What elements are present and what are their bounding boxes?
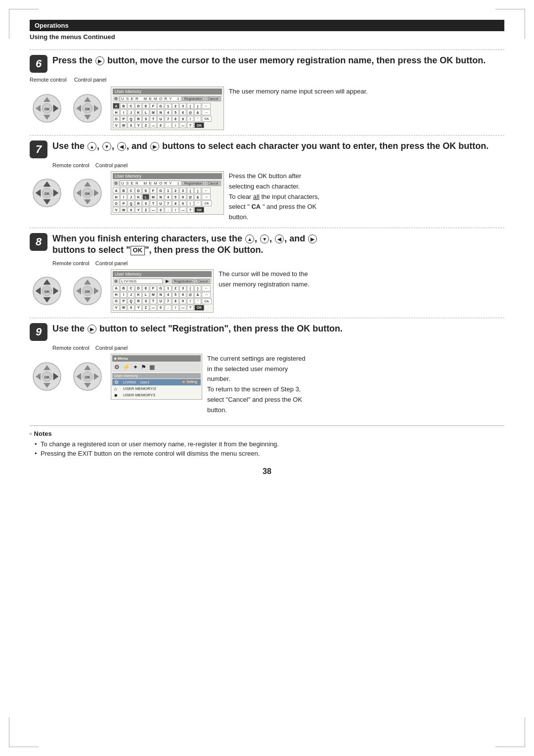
step-8-description: The cursor will be moved to theuser memo… xyxy=(219,269,504,290)
step-7-description: Press the OK button afterselecting each … xyxy=(229,171,504,223)
notes-label: Notes xyxy=(34,430,52,437)
step-7-header: 7 Use the ▲, ▼, ◀, and ▶ buttons to sele… xyxy=(30,141,504,158)
screen-keyboard-6: ABCDEFG123()← HIJKLMN456@&→ OPQRSTU789!'… xyxy=(113,103,222,128)
step-6-description: The user memory name input screen will a… xyxy=(229,87,504,97)
control-panel-6: OK xyxy=(70,91,105,126)
remote-dpad-7: OK xyxy=(30,176,64,210)
svg-text:OK: OK xyxy=(44,107,50,111)
left-btn-8: ◀ xyxy=(275,235,284,243)
step-9-number: 9 xyxy=(30,323,47,341)
step-9-title: Use the ▶ button to select "Registration… xyxy=(52,323,504,334)
step-6-control-labels: Remote control Control panel xyxy=(30,77,106,83)
remote-control-7: OK xyxy=(30,176,64,210)
header-bar: Operations xyxy=(30,20,504,31)
menu-section-9: User memory xyxy=(112,373,201,378)
screen-title-6: User Memory xyxy=(113,89,222,94)
step-8-title: When you finish entering characters, use… xyxy=(52,233,504,256)
svg-text:OK: OK xyxy=(85,192,90,195)
screen-keyboard-7: ABCDEFG123()← HIJKLMN456@&→ OPQRSTU789!'… xyxy=(113,188,222,213)
step-8-content: OK OK Use xyxy=(30,269,504,313)
screen-mockup-7: User Memory ⊙ U S E R M E M O R Y 1 Regi… xyxy=(111,171,224,215)
svg-text:OK: OK xyxy=(85,376,90,379)
step-6-visuals: Remote control Control panel xyxy=(30,77,198,84)
notes-title: ▫ Notes xyxy=(30,430,504,437)
corner-border-tl xyxy=(9,9,39,39)
down-btn-8: ▼ xyxy=(260,235,269,243)
step-7-section: 7 Use the ▲, ▼, ◀, and ▶ buttons to sele… xyxy=(30,135,504,223)
right-btn-9: ▶ xyxy=(88,325,96,333)
screen-input-6: ⊙ U S E R M E M O R Y 1 Registration Can… xyxy=(113,95,222,102)
right-btn-8: ▶ xyxy=(308,235,317,243)
remote-control-6: OK xyxy=(30,91,64,126)
step-9-content: OK OK ■ Menu xyxy=(30,354,504,416)
step-7-content: OK OK Use xyxy=(30,171,504,223)
step-6-number: 6 xyxy=(30,55,47,73)
screen-input-7: ⊙ U S E R M E M O R Y 1 Registration Can… xyxy=(113,180,222,187)
menu-icons-9: ⚙ ⚡ ✦ ⚑ ▦ xyxy=(112,362,201,372)
page-content: Operations Using the menus Continued 6 P… xyxy=(0,0,534,506)
corner-border-br xyxy=(495,717,525,747)
step-6-title: Press the ▶ button, move the cursor to t… xyxy=(52,55,504,66)
control-panel-dpad-9: OK xyxy=(70,359,105,394)
step-9-header: 9 Use the ▶ button to select "Registrati… xyxy=(30,323,504,341)
remote-control-9: OK xyxy=(30,359,64,394)
remote-dpad-8: OK xyxy=(30,274,64,308)
remote-dpad-9: OK xyxy=(30,359,64,394)
screen-input-8: ⊙ LIVING ▶ Registration Cancel xyxy=(113,278,212,284)
menu-item-living: ⚙ LIVING User1 ⊳ Setting xyxy=(112,379,201,385)
control-panel-9: OK xyxy=(70,359,105,394)
step-9-description: The current settings are registeredin th… xyxy=(207,354,504,416)
step-6-body: Remote control Control panel xyxy=(30,77,504,84)
menu-screen-9: ■ Menu ⚙ ⚡ ✦ ⚑ ▦ User memory ⚙ LIVING Us… xyxy=(111,354,202,400)
menu-item-memory3: ■ USER MEMORY3 xyxy=(112,392,201,398)
step-8-section: 8 When you finish entering characters, u… xyxy=(30,228,504,313)
control-panel-dpad-6: OK xyxy=(70,91,105,126)
step-6-desc-text: The user memory name input screen will a… xyxy=(229,88,368,95)
step-6-section: 6 Press the ▶ button, move the cursor to… xyxy=(30,49,504,130)
page-number: 38 xyxy=(30,467,504,476)
step-6-header: 6 Press the ▶ button, move the cursor to… xyxy=(30,55,504,73)
svg-text:OK: OK xyxy=(44,376,50,379)
svg-text:OK: OK xyxy=(85,289,90,293)
step-9-section: 9 Use the ▶ button to select "Registrati… xyxy=(30,318,504,416)
notes-list: To change a registered icon or user memo… xyxy=(30,440,504,457)
control-panel-dpad-7: OK xyxy=(70,176,105,210)
step-8-number: 8 xyxy=(30,233,47,251)
step-9-ctrl-label: Remote control Control panel xyxy=(52,345,504,351)
menu-item-memory2: ⌂ USER MEMORY/2 xyxy=(112,385,201,392)
left-btn-7: ◀ xyxy=(117,142,126,151)
screen-title-7: User Memory xyxy=(113,173,222,179)
step-8-ctrl-label: Remote control Control panel xyxy=(52,260,504,266)
remote-dpad-6: OK xyxy=(30,91,64,126)
header-text: Operations xyxy=(35,22,69,29)
corner-border-bl xyxy=(9,717,39,747)
right-btn-7: ▶ xyxy=(150,142,159,151)
svg-text:OK: OK xyxy=(44,289,50,293)
up-btn-8: ▲ xyxy=(245,235,254,243)
screen-title-8: User Memory xyxy=(113,271,212,277)
screen-mockup-8: User Memory ⊙ LIVING ▶ Registration Canc… xyxy=(111,269,214,313)
note-2: Pressing the EXIT button on the remote c… xyxy=(35,450,504,457)
screen-mockup-6: User Memory ⊙ U S E R M E M O R Y 1 Regi… xyxy=(111,87,224,130)
control-panel-7: OK xyxy=(70,176,105,210)
svg-text:OK: OK xyxy=(85,107,90,111)
corner-border-tr xyxy=(495,9,525,39)
ok-box-8: OK xyxy=(131,246,145,255)
up-btn-7: ▲ xyxy=(88,142,96,151)
step-7-title: Use the ▲, ▼, ◀, and ▶ buttons to select… xyxy=(52,141,504,152)
step-7-number: 7 xyxy=(30,141,47,158)
remote-control-8: OK xyxy=(30,274,64,308)
control-panel-8: OK xyxy=(70,274,105,308)
step-7-ctrl-label: Remote control Control panel xyxy=(52,162,504,168)
svg-text:OK: OK xyxy=(44,192,50,195)
step-8-header: 8 When you finish entering characters, u… xyxy=(30,233,504,256)
step-6-content: OK OK xyxy=(30,87,504,130)
remote-label-6: Remote control Control panel xyxy=(30,77,106,83)
control-panel-dpad-8: OK xyxy=(70,274,105,308)
menu-title-9: ■ Menu xyxy=(112,355,201,362)
screen-keyboard-8: ABCDEFG123()← HIJKLMN456@&→ OPQRSTU789!'… xyxy=(113,285,212,311)
note-1: To change a registered icon or user memo… xyxy=(35,440,504,448)
right-arrow-btn-6: ▶ xyxy=(95,56,104,65)
notes-section: ▫ Notes To change a registered icon or u… xyxy=(30,425,504,457)
down-btn-7: ▼ xyxy=(102,142,111,151)
